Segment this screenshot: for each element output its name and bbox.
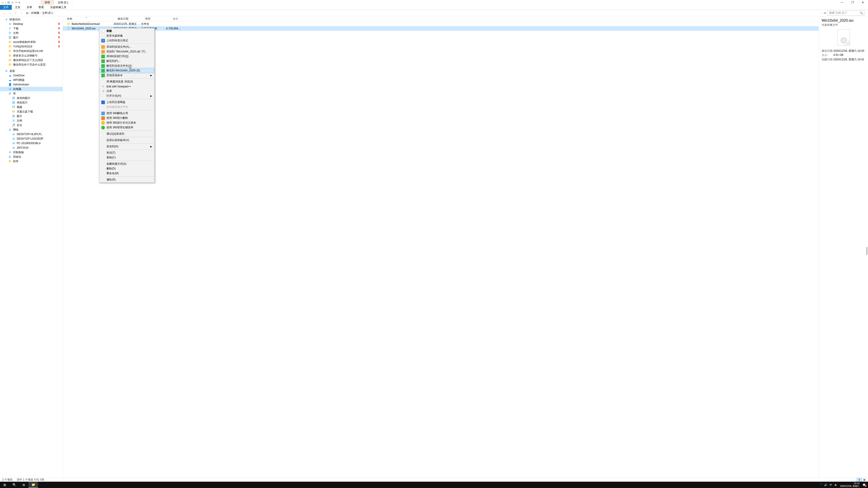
nav-local-pictures[interactable]: 🖼本机照片 [0, 100, 63, 105]
menu-delete[interactable]: 删除(D) [100, 166, 154, 171]
menu-burn[interactable]: 刻录光盘映像 [100, 33, 154, 38]
menu-open-360[interactable]: 用360压缩打开(Q) [100, 54, 154, 59]
scrollbar-thumb[interactable] [866, 247, 868, 255]
menu-cut[interactable]: 剪切(T) [100, 151, 154, 155]
search-input[interactable]: 搜索"文档 (E:)" 🔍 [828, 11, 865, 15]
ribbon-tab-view[interactable]: 查看 [35, 5, 47, 10]
menu-360-delete[interactable]: 使用 360强力删除 [100, 116, 154, 121]
delete-icon[interactable]: ✕ [11, 1, 13, 4]
nav-onedrive[interactable]: ☁OneDrive [0, 73, 63, 78]
column-date[interactable]: 修改日期 [114, 17, 141, 21]
menu-extract-folder[interactable]: 解压到 Win10x64_2020\ (E) [100, 68, 154, 73]
ime-indicator[interactable]: 中 [830, 483, 832, 487]
nav-tianyi[interactable]: 📁天翼云盘下载 [0, 109, 63, 114]
nav-up-button[interactable]: ↑ [20, 11, 24, 15]
tray-overflow-button[interactable]: ˄ [820, 484, 822, 486]
menu-add-archive[interactable]: 添加到压缩文件(A)... [100, 44, 154, 49]
address-dropdown-icon[interactable]: ⌄ [821, 12, 823, 14]
maximize-button[interactable]: ❐ [847, 0, 858, 5]
column-size[interactable]: 大小 [164, 17, 183, 21]
nav-music[interactable]: 🎵音乐 [0, 123, 63, 127]
nav-forward-button[interactable]: → [8, 11, 12, 15]
taskbar-clock[interactable]: 14:14 2020/12/26, 星期六 [839, 482, 860, 488]
nav-saved-pictures[interactable]: 🖼保存的图片 [0, 96, 63, 100]
minimize-button[interactable]: ― [837, 0, 847, 5]
nav-folder-pinduoduo[interactable]: 📁拼多多怎么注销账号 [0, 53, 63, 58]
nav-administrator[interactable]: 👤Administrator [0, 82, 63, 87]
action-center-button[interactable]: 💬3 [863, 484, 866, 486]
navigation-pane[interactable]: ★快速访问 🖥Desktop📌 ⬇下载📌 🖺文档📌 🖼图片📌 📁excel表格制… [0, 16, 63, 479]
network-icon[interactable]: 🖧 [834, 484, 837, 486]
nav-downloads[interactable]: ⬇下载📌 [0, 26, 63, 31]
nav-folder-excel[interactable]: 📁excel表格制作求和📌 [0, 40, 63, 44]
menu-youdao[interactable]: Y上传到有道云笔记 [100, 38, 154, 43]
chevron-right-icon[interactable]: › [40, 11, 41, 15]
menu-shortcut[interactable]: 创建快捷方式(S) [100, 162, 154, 166]
menu-copy[interactable]: 复制(C) [100, 155, 154, 160]
nav-network[interactable]: 🖧网络 [0, 127, 63, 132]
refresh-button[interactable]: ⟳ [824, 11, 826, 15]
nav-net-pc2[interactable]: 🖳DESKTOP-LSSOEDP [0, 136, 63, 141]
body-scrollbar[interactable] [865, 16, 868, 478]
menu-share[interactable]: ↗共享 [100, 89, 154, 94]
menu-360-menu[interactable]: 使用 360管理右键菜单 [100, 125, 154, 130]
nav-pictures[interactable]: 🖼图片📌 [0, 35, 63, 40]
menu-360-unlock[interactable]: 使用 360解除占用 [100, 111, 154, 116]
menu-honey-browser[interactable]: 用 蜂蜜浏览器 浏览(3) [100, 79, 154, 84]
save-icon[interactable]: 🖫 [7, 1, 10, 4]
ribbon-tab-home[interactable]: 主页 [12, 5, 24, 10]
nav-pictures-lib[interactable]: 🖼图片 [0, 114, 63, 119]
column-name[interactable]: 名称▲ [63, 17, 114, 21]
nav-wps[interactable]: ☁WPS网盘 [0, 78, 63, 82]
menu-360-scan[interactable]: 使用 360进行木马云查杀 [100, 121, 154, 125]
nav-software[interactable]: 📁软件 [0, 159, 63, 164]
nav-history-dropdown[interactable]: ▾ [13, 12, 18, 14]
menu-baidu-upload[interactable]: 上传到百度网盘 [100, 100, 154, 105]
ribbon-tab-file[interactable]: 文件 [0, 5, 12, 10]
chevron-right-icon[interactable]: › [54, 11, 55, 15]
nav-recycle-bin[interactable]: 🗑回收站 [0, 155, 63, 159]
nav-folder-yunqishi[interactable]: 📁YUNQISHI2019📌 [0, 44, 63, 49]
menu-extract-here[interactable]: 解压到当前文件夹(X) [100, 64, 154, 68]
nav-desktop[interactable]: 🖥Desktop📌 [0, 22, 63, 26]
menu-properties[interactable]: 属性(R) [100, 177, 154, 182]
taskbar-explorer[interactable]: 📁 [29, 482, 38, 488]
nav-documents[interactable]: 🖺文档📌 [0, 31, 63, 35]
search-icon[interactable]: 🔍 [860, 11, 863, 15]
menu-open-with[interactable]: 打开方式(H)▶ [100, 94, 154, 98]
file-row-selected[interactable]: 💿Win10x64_2020.iso 2020/12/26, 星期六 1... … [63, 26, 819, 31]
nav-folder-wechat-ear[interactable]: 📁微信旁边有个耳朵什么意思 [0, 62, 63, 67]
taskbar-search-button[interactable]: 🔍 [9, 482, 19, 488]
view-details-button[interactable]: ☰ [857, 478, 862, 482]
menu-extract-to[interactable]: 解压到(F)... [100, 59, 154, 64]
view-thumbnails-button[interactable]: ▦ [862, 478, 867, 482]
nav-documents-lib[interactable]: 🖺文档 [0, 119, 63, 123]
chevron-right-icon[interactable]: › [29, 11, 30, 15]
breadcrumb-this-pc[interactable]: 此电脑 [31, 11, 39, 15]
nav-this-pc[interactable]: 🖳此电脑 [0, 87, 63, 91]
qat-dropdown-icon[interactable]: ▾ [19, 1, 20, 4]
menu-mount[interactable]: 装载 [100, 29, 154, 33]
breadcrumb-drive[interactable]: 文档 (E:) [42, 11, 53, 15]
menu-send-to[interactable]: 发送到(N)▶ [100, 144, 154, 149]
task-view-button[interactable]: ⧉ [19, 482, 29, 488]
nav-control-panel[interactable]: ⚙控制面板 [0, 150, 63, 155]
menu-rename[interactable]: 重命名(M) [100, 171, 154, 176]
close-button[interactable]: ✕ [858, 0, 868, 5]
menu-other-compress[interactable]: 其他压缩命令▶ [100, 73, 154, 78]
undo-icon[interactable]: ⟲ [15, 1, 17, 4]
ribbon-tab-disc-tools[interactable]: 光盘映像工具 [47, 5, 70, 10]
file-list[interactable]: 名称▲ 修改日期 类型 大小 📁BaiduNetdiskDownload 202… [63, 16, 819, 479]
ribbon-tab-share[interactable]: 共享 [24, 5, 35, 10]
nav-net-pc4[interactable]: 🖳ZMT2019 [0, 145, 63, 150]
file-row[interactable]: 📁BaiduNetdiskDownload 2020/12/25, 星期五 1.… [63, 22, 819, 26]
breadcrumb[interactable]: 🖳 › 此电脑 › 文档 (E:) › [26, 11, 55, 15]
menu-notepad[interactable]: ✎Edit with Notepad++ [100, 84, 154, 89]
nav-net-pc3[interactable]: 🖳PC-20190530OBLA [0, 141, 63, 145]
start-button[interactable]: ⊞ [0, 482, 9, 488]
nav-libraries[interactable]: 🏛库 [0, 91, 63, 96]
menu-add-zip[interactable]: 添加到 "Win10x64_2020.zip" (T) [100, 49, 154, 54]
volume-icon[interactable]: 🔊 [824, 484, 827, 486]
nav-videos[interactable]: 🎞视频 [0, 105, 63, 109]
nav-quick-access[interactable]: ★快速访问 [0, 17, 63, 22]
